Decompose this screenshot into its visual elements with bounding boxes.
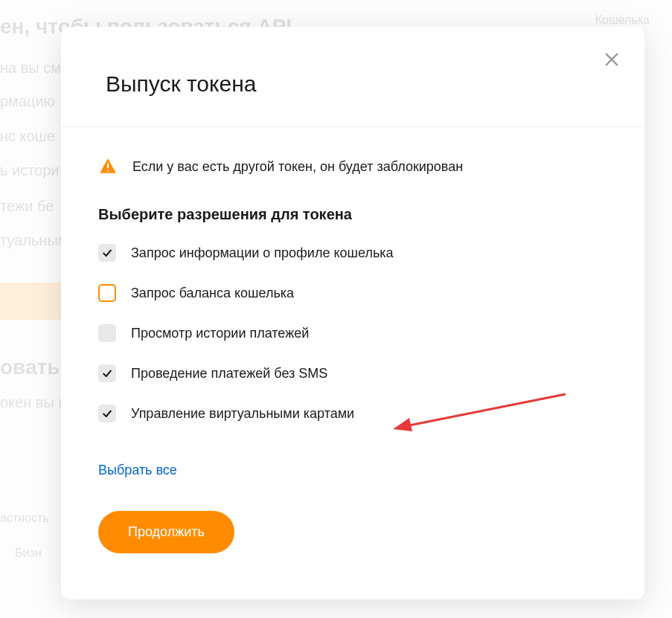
close-icon [604, 51, 620, 68]
permission-checkbox-payments[interactable] [98, 364, 116, 382]
permission-row: Запрос баланса кошелька [98, 284, 607, 302]
permission-row: Проведение платежей без SMS [98, 364, 607, 382]
permission-label: Просмотр истории платежей [131, 326, 309, 341]
close-button[interactable] [600, 48, 624, 71]
permission-label: Управление виртуальными картами [131, 406, 354, 422]
warning-text: Если у вас есть другой токен, он будет з… [132, 159, 463, 175]
modal-title: Выпуск токена [106, 71, 600, 97]
permissions-section-title: Выберите разрешения для токена [98, 206, 607, 223]
continue-button[interactable]: Продолжить [98, 511, 234, 553]
svg-rect-0 [107, 164, 109, 169]
permission-checkbox-balance[interactable] [98, 284, 116, 302]
permission-label: Проведение платежей без SMS [131, 366, 327, 382]
check-icon [101, 367, 113, 379]
modal-header: Выпуск токена [61, 27, 644, 127]
warning-icon [98, 157, 118, 176]
permission-label: Запрос информации о профиле кошелька [131, 245, 394, 261]
token-issue-modal: Выпуск токена Если у вас есть другой ток… [61, 27, 644, 599]
permission-checkbox-history[interactable] [98, 324, 116, 342]
warning-row: Если у вас есть другой токен, он будет з… [98, 157, 607, 176]
select-all-link[interactable]: Выбрать все [98, 463, 177, 478]
permission-checkbox-virtual-cards[interactable] [98, 405, 116, 422]
permission-checkbox-profile[interactable] [98, 244, 116, 262]
permission-row: Управление виртуальными картами [98, 405, 607, 422]
permission-row: Запрос информации о профиле кошелька [98, 244, 607, 262]
modal-body: Если у вас есть другой токен, он будет з… [61, 127, 644, 583]
svg-rect-1 [107, 170, 109, 171]
check-icon [101, 247, 113, 259]
permission-label: Запрос баланса кошелька [131, 286, 294, 301]
permission-row: Просмотр истории платежей [98, 324, 607, 342]
check-icon [101, 408, 113, 419]
